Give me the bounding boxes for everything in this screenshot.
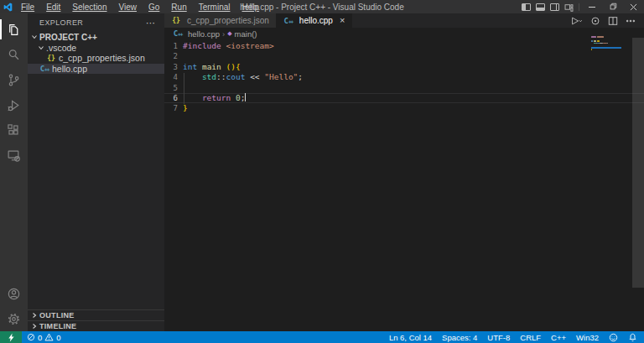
vertical-scrollbar[interactable] — [632, 38, 644, 288]
accounts-icon[interactable] — [0, 281, 28, 306]
breadcrumb-symbol[interactable]: main() — [235, 29, 257, 39]
activity-search-icon[interactable] — [0, 42, 28, 67]
window-title: hello.cpp - Project C++ - Visual Studio … — [240, 3, 403, 12]
indent-guide — [184, 73, 184, 104]
status-right-items: Ln 6, Col 14Spaces: 4UTF-8CRLFC++Win32 — [384, 331, 604, 343]
tab-c-cpp-properties[interactable]: {} c_cpp_properties.json — [164, 13, 277, 28]
problems-status[interactable]: 0 0 — [22, 331, 66, 343]
cpp-file-icon: C++ — [173, 29, 183, 38]
toggle-secondary-sidebar-icon[interactable] — [550, 3, 559, 11]
activity-run-debug-icon[interactable] — [0, 92, 28, 117]
status-ln-6-col-14[interactable]: Ln 6, Col 14 — [384, 331, 437, 343]
split-editor-icon[interactable] — [608, 16, 618, 26]
tree-item-project-root[interactable]: PROJECT C++ — [28, 32, 164, 43]
file-tree: PROJECT C++ .vscode {} c_cpp_properties.… — [28, 32, 164, 74]
code-line-7[interactable]: 7} — [164, 103, 644, 113]
timeline-section-header[interactable]: TIMELINE — [28, 320, 164, 331]
outline-label: OUTLINE — [39, 311, 75, 320]
settings-gear-icon[interactable] — [0, 306, 28, 331]
activity-source-control-icon[interactable] — [0, 67, 28, 92]
minimap[interactable] — [591, 36, 630, 51]
menu-file[interactable]: File — [15, 3, 40, 12]
sidebar-title: EXPLORER — [39, 18, 83, 27]
json-file-icon: {} — [46, 55, 56, 62]
chevron-down-icon — [31, 34, 38, 40]
status-bar: 0 0 Ln 6, Col 14Spaces: 4UTF-8CRLFC++Win… — [0, 331, 644, 343]
tab-bar: {} c_cpp_properties.json C++ hello.cpp × — [164, 13, 644, 28]
line-text: return 0; — [183, 93, 246, 103]
code-lines: 1#include <iostream>23int main (){4 std:… — [164, 41, 644, 114]
tree-item-hello-cpp[interactable]: C++ hello.cpp — [28, 64, 164, 75]
feedback-smiley-icon[interactable] — [604, 331, 623, 343]
activity-extensions-icon[interactable] — [0, 117, 28, 143]
chevron-right-icon — [31, 323, 38, 330]
title-bar: FileEditSelectionViewGoRunTerminalHelp h… — [0, 0, 644, 13]
tab-hello-cpp[interactable]: C++ hello.cpp × — [277, 13, 352, 28]
tab-label: hello.cpp — [299, 16, 333, 25]
more-actions-icon[interactable] — [626, 16, 636, 26]
run-cpp-file-button[interactable] — [571, 16, 583, 26]
close-tab-icon[interactable]: × — [340, 16, 345, 25]
activity-remote-explorer-icon[interactable] — [0, 143, 28, 168]
breadcrumb[interactable]: C++ hello.cpp › ◆ main() — [164, 28, 644, 39]
tree-item-vscode-folder[interactable]: .vscode — [28, 43, 164, 54]
status-spaces-4[interactable]: Spaces: 4 — [437, 331, 482, 343]
cpp-file-icon: C++ — [39, 65, 49, 73]
line-text: #include <iostream> — [183, 41, 274, 51]
tab-label: c_cpp_properties.json — [187, 16, 269, 25]
line-number: 3 — [164, 62, 178, 72]
line-number: 2 — [164, 51, 178, 61]
layout-controls — [522, 3, 579, 11]
menu-terminal[interactable]: Terminal — [193, 3, 236, 12]
customize-layout-icon[interactable] — [564, 3, 574, 11]
code-editor[interactable]: 1#include <iostream>23int main (){4 std:… — [164, 39, 644, 114]
menu-edit[interactable]: Edit — [40, 3, 66, 12]
menu-go[interactable]: Go — [143, 3, 165, 12]
activity-bar — [0, 13, 28, 331]
code-line-1[interactable]: 1#include <iostream> — [164, 41, 644, 51]
tree-item-c-cpp-properties[interactable]: {} c_cpp_properties.json — [28, 53, 164, 64]
line-text: int main (){ — [183, 62, 241, 72]
editor-group: {} c_cpp_properties.json C++ hello.cpp × — [164, 13, 644, 331]
folder-label: .vscode — [46, 43, 76, 53]
line-number: 5 — [164, 83, 178, 93]
explorer-more-actions-icon[interactable]: ⋯ — [146, 18, 156, 29]
restore-button[interactable] — [602, 0, 623, 13]
editor-actions — [571, 13, 644, 28]
timeline-label: TIMELINE — [39, 322, 76, 330]
menu-view[interactable]: View — [113, 3, 143, 12]
warning-count: 0 — [56, 333, 60, 342]
file-label: c_cpp_properties.json — [59, 53, 145, 63]
toggle-panel-icon[interactable] — [536, 3, 545, 11]
project-root-label: PROJECT C++ — [39, 33, 97, 42]
status-win32[interactable]: Win32 — [571, 331, 604, 343]
minimap-current-line — [591, 47, 621, 49]
close-button[interactable] — [623, 0, 644, 13]
code-line-4[interactable]: 4 std::cout << "Hello"; — [164, 72, 644, 82]
line-text: std::cout << "Hello"; — [183, 72, 303, 82]
toggle-sidebar-icon[interactable] — [522, 3, 531, 11]
cpp-file-icon: C++ — [283, 17, 293, 25]
vscode-window: FileEditSelectionViewGoRunTerminalHelp h… — [0, 0, 644, 343]
menu-run[interactable]: Run — [165, 3, 192, 12]
code-line-5[interactable]: 5 — [164, 83, 644, 93]
outline-section-header[interactable]: OUTLINE — [28, 309, 164, 320]
configure-target-icon[interactable] — [590, 16, 600, 26]
menu-selection[interactable]: Selection — [66, 3, 112, 12]
breadcrumb-file[interactable]: hello.cpp — [188, 29, 220, 39]
code-line-3[interactable]: 3int main (){ — [164, 62, 644, 72]
code-line-6[interactable]: 6 return 0; — [164, 93, 644, 103]
status-c[interactable]: C++ — [546, 331, 571, 343]
activity-explorer-icon[interactable] — [0, 17, 28, 42]
vscode-logo-icon — [0, 3, 15, 12]
explorer-sidebar: EXPLORER ⋯ PROJECT C++ .vscode {} c_cpp_… — [28, 13, 164, 331]
minimize-button[interactable] — [581, 0, 602, 13]
json-file-icon: {} — [171, 17, 181, 24]
code-line-2[interactable]: 2 — [164, 51, 644, 61]
status-crlf[interactable]: CRLF — [515, 331, 546, 343]
breadcrumb-separator-icon: › — [222, 29, 225, 39]
menu-bar-items: FileEditSelectionViewGoRunTerminalHelp — [15, 3, 265, 12]
status-utf-8[interactable]: UTF-8 — [482, 331, 515, 343]
notifications-bell-icon[interactable] — [623, 331, 644, 343]
remote-indicator[interactable] — [0, 331, 22, 343]
